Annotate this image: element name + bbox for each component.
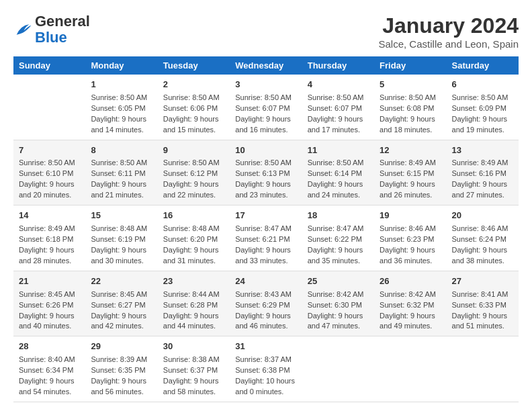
calendar-cell: 28Sunrise: 8:40 AMSunset: 6:34 PMDayligh… (13, 336, 85, 402)
day-info: Sunrise: 8:46 AMSunset: 6:23 PMDaylight:… (380, 224, 441, 267)
day-number: 9 (163, 144, 224, 157)
day-number: 19 (380, 210, 441, 222)
day-info: Sunrise: 8:37 AMSunset: 6:38 PMDaylight:… (235, 355, 296, 398)
day-info: Sunrise: 8:50 AMSunset: 6:13 PMDaylight:… (235, 158, 296, 201)
calendar-cell: 25Sunrise: 8:42 AMSunset: 6:30 PMDayligh… (302, 271, 374, 336)
calendar-cell: 5Sunrise: 8:50 AMSunset: 6:08 PMDaylight… (374, 75, 446, 140)
calendar-cell: 18Sunrise: 8:47 AMSunset: 6:22 PMDayligh… (302, 205, 374, 271)
day-number: 11 (308, 144, 369, 157)
weekday-header-thursday: Thursday (302, 56, 374, 75)
calendar-cell: 23Sunrise: 8:44 AMSunset: 6:28 PMDayligh… (158, 271, 230, 336)
day-number: 18 (308, 210, 369, 222)
day-number: 7 (19, 144, 80, 157)
calendar-cell: 9Sunrise: 8:50 AMSunset: 6:12 PMDaylight… (158, 140, 230, 205)
calendar-week-row: 28Sunrise: 8:40 AMSunset: 6:34 PMDayligh… (13, 336, 519, 402)
day-info: Sunrise: 8:50 AMSunset: 6:05 PMDaylight:… (91, 93, 152, 136)
calendar-cell: 2Sunrise: 8:50 AMSunset: 6:06 PMDaylight… (158, 75, 230, 140)
day-number: 3 (235, 79, 296, 91)
day-info: Sunrise: 8:50 AMSunset: 6:11 PMDaylight:… (91, 158, 152, 201)
calendar-cell: 31Sunrise: 8:37 AMSunset: 6:38 PMDayligh… (230, 336, 302, 402)
calendar-cell (302, 336, 374, 402)
day-number: 17 (235, 210, 296, 222)
calendar-table: SundayMondayTuesdayWednesdayThursdayFrid… (13, 56, 519, 402)
day-info: Sunrise: 8:47 AMSunset: 6:21 PMDaylight:… (235, 224, 296, 267)
day-number: 24 (235, 275, 296, 288)
day-number: 31 (235, 340, 296, 353)
calendar-cell: 10Sunrise: 8:50 AMSunset: 6:13 PMDayligh… (230, 140, 302, 205)
calendar-cell: 12Sunrise: 8:49 AMSunset: 6:15 PMDayligh… (374, 140, 446, 205)
logo: GeneralBlue (13, 13, 90, 46)
day-info: Sunrise: 8:49 AMSunset: 6:18 PMDaylight:… (19, 224, 80, 267)
day-number: 15 (91, 210, 152, 222)
weekday-header-wednesday: Wednesday (230, 56, 302, 75)
calendar-cell: 24Sunrise: 8:43 AMSunset: 6:29 PMDayligh… (230, 271, 302, 336)
page-header: GeneralBlue January 2024 Salce, Castille… (13, 13, 519, 50)
day-info: Sunrise: 8:45 AMSunset: 6:27 PMDaylight:… (91, 289, 152, 332)
weekday-header-monday: Monday (85, 56, 157, 75)
day-number: 29 (91, 340, 152, 353)
calendar-cell (447, 336, 519, 402)
day-info: Sunrise: 8:48 AMSunset: 6:20 PMDaylight:… (163, 224, 224, 267)
calendar-cell: 20Sunrise: 8:46 AMSunset: 6:24 PMDayligh… (447, 205, 519, 271)
day-number: 12 (380, 144, 441, 157)
day-number: 2 (163, 79, 224, 91)
day-number: 25 (308, 275, 369, 288)
day-number: 16 (163, 210, 224, 222)
weekday-header-row: SundayMondayTuesdayWednesdayThursdayFrid… (13, 56, 519, 75)
calendar-cell: 8Sunrise: 8:50 AMSunset: 6:11 PMDaylight… (85, 140, 157, 205)
day-number: 26 (380, 275, 441, 288)
calendar-cell: 19Sunrise: 8:46 AMSunset: 6:23 PMDayligh… (374, 205, 446, 271)
calendar-cell: 11Sunrise: 8:50 AMSunset: 6:14 PMDayligh… (302, 140, 374, 205)
calendar-cell: 26Sunrise: 8:42 AMSunset: 6:32 PMDayligh… (374, 271, 446, 336)
day-number: 27 (452, 275, 513, 288)
calendar-cell: 16Sunrise: 8:48 AMSunset: 6:20 PMDayligh… (158, 205, 230, 271)
day-number: 4 (308, 79, 369, 91)
calendar-cell: 3Sunrise: 8:50 AMSunset: 6:07 PMDaylight… (230, 75, 302, 140)
calendar-cell: 14Sunrise: 8:49 AMSunset: 6:18 PMDayligh… (13, 205, 85, 271)
calendar-cell: 1Sunrise: 8:50 AMSunset: 6:05 PMDaylight… (85, 75, 157, 140)
day-number: 10 (235, 144, 296, 157)
day-info: Sunrise: 8:39 AMSunset: 6:35 PMDaylight:… (91, 355, 152, 398)
day-info: Sunrise: 8:50 AMSunset: 6:07 PMDaylight:… (235, 93, 296, 136)
day-info: Sunrise: 8:42 AMSunset: 6:30 PMDaylight:… (308, 289, 369, 332)
day-number: 6 (452, 79, 513, 91)
day-info: Sunrise: 8:46 AMSunset: 6:24 PMDaylight:… (452, 224, 513, 267)
day-info: Sunrise: 8:42 AMSunset: 6:32 PMDaylight:… (380, 289, 441, 332)
day-number: 28 (19, 340, 80, 353)
calendar-cell: 17Sunrise: 8:47 AMSunset: 6:21 PMDayligh… (230, 205, 302, 271)
day-info: Sunrise: 8:44 AMSunset: 6:28 PMDaylight:… (163, 289, 224, 332)
calendar-cell: 15Sunrise: 8:48 AMSunset: 6:19 PMDayligh… (85, 205, 157, 271)
calendar-cell: 22Sunrise: 8:45 AMSunset: 6:27 PMDayligh… (85, 271, 157, 336)
month-title: January 2024 (379, 13, 519, 38)
calendar-cell: 30Sunrise: 8:38 AMSunset: 6:37 PMDayligh… (158, 336, 230, 402)
day-info: Sunrise: 8:50 AMSunset: 6:06 PMDaylight:… (163, 93, 224, 136)
title-block: January 2024 Salce, Castille and Leon, S… (379, 13, 519, 50)
day-number: 23 (163, 275, 224, 288)
day-info: Sunrise: 8:49 AMSunset: 6:16 PMDaylight:… (452, 158, 513, 201)
day-number: 8 (91, 144, 152, 157)
day-number: 1 (91, 79, 152, 91)
day-info: Sunrise: 8:50 AMSunset: 6:12 PMDaylight:… (163, 158, 224, 201)
day-info: Sunrise: 8:41 AMSunset: 6:33 PMDaylight:… (452, 289, 513, 332)
calendar-week-row: 21Sunrise: 8:45 AMSunset: 6:26 PMDayligh… (13, 271, 519, 336)
logo-icon (13, 20, 32, 39)
day-info: Sunrise: 8:43 AMSunset: 6:29 PMDaylight:… (235, 289, 296, 332)
calendar-cell: 29Sunrise: 8:39 AMSunset: 6:35 PMDayligh… (85, 336, 157, 402)
day-info: Sunrise: 8:50 AMSunset: 6:10 PMDaylight:… (19, 158, 80, 201)
logo-text: GeneralBlue (35, 13, 90, 46)
day-info: Sunrise: 8:40 AMSunset: 6:34 PMDaylight:… (19, 355, 80, 398)
day-number: 20 (452, 210, 513, 222)
calendar-cell: 4Sunrise: 8:50 AMSunset: 6:07 PMDaylight… (302, 75, 374, 140)
location: Salce, Castille and Leon, Spain (379, 38, 519, 50)
calendar-cell: 7Sunrise: 8:50 AMSunset: 6:10 PMDaylight… (13, 140, 85, 205)
day-number: 22 (91, 275, 152, 288)
weekday-header-tuesday: Tuesday (158, 56, 230, 75)
day-info: Sunrise: 8:50 AMSunset: 6:09 PMDaylight:… (452, 93, 513, 136)
calendar-cell: 6Sunrise: 8:50 AMSunset: 6:09 PMDaylight… (447, 75, 519, 140)
weekday-header-saturday: Saturday (447, 56, 519, 75)
calendar-cell: 13Sunrise: 8:49 AMSunset: 6:16 PMDayligh… (447, 140, 519, 205)
day-info: Sunrise: 8:49 AMSunset: 6:15 PMDaylight:… (380, 158, 441, 201)
day-number: 13 (452, 144, 513, 157)
weekday-header-friday: Friday (374, 56, 446, 75)
day-info: Sunrise: 8:50 AMSunset: 6:07 PMDaylight:… (308, 93, 369, 136)
